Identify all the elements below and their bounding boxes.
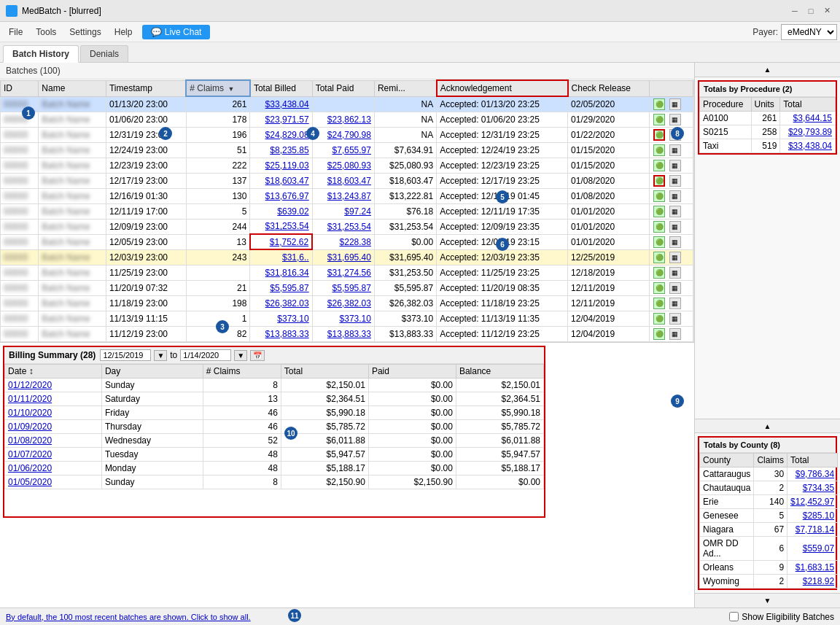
- batch-table-row[interactable]: 00000 Batch Name 12/05/19 23:00 13 $1,75…: [1, 234, 693, 249]
- show-eligibility-checkbox[interactable]: [729, 612, 739, 621]
- action-green-icon[interactable]: 🟢: [653, 282, 665, 294]
- batch-total-billed[interactable]: $23,971.57: [250, 112, 312, 127]
- batch-table-row[interactable]: 00000 Batch Name 12/16/19 01:30 130 $13,…: [1, 188, 693, 203]
- batch-table-row[interactable]: 00000 Batch Name 11/12/19 23:00 82 $13,8…: [1, 326, 693, 341]
- calendar-icon-button[interactable]: 📅: [250, 350, 265, 361]
- batch-total-billed[interactable]: $8,235.85: [250, 142, 312, 158]
- billing-date[interactable]: 01/06/2020: [5, 462, 102, 475]
- action-grid-icon[interactable]: ▦: [669, 282, 681, 294]
- minimize-button[interactable]: ─: [788, 4, 802, 18]
- batch-total-billed[interactable]: $31,816.34: [250, 265, 312, 280]
- action-grid-icon[interactable]: ▦: [669, 160, 681, 171]
- batch-table-row[interactable]: 00000 Batch Name 11/13/19 11:15 1 $373.1…: [1, 311, 693, 326]
- batch-total-billed[interactable]: $5,595.87: [250, 280, 312, 295]
- action-green-icon[interactable]: 🟢: [653, 328, 665, 340]
- batch-table-row[interactable]: 00000 Batch Name 12/11/19 17:00 5 $639.0…: [1, 203, 693, 219]
- action-grid-icon[interactable]: ▦: [669, 236, 681, 248]
- batch-table-container[interactable]: ID Name Timestamp # Claims ▼ Total Bille…: [0, 79, 694, 342]
- action-green-icon[interactable]: 🟢: [653, 175, 665, 187]
- batch-table-row[interactable]: 00000 Batch Name 11/11/19 23:00 213 $29,…: [1, 341, 693, 342]
- billing-table-row[interactable]: 01/10/2020 Friday 46 $5,990.18 $0.00 $5,…: [5, 406, 544, 420]
- menu-settings[interactable]: Settings: [63, 25, 106, 39]
- action-grid-icon[interactable]: ▦: [669, 252, 681, 263]
- batch-table-row[interactable]: 00000 Batch Name 11/20/19 07:32 21 $5,59…: [1, 280, 693, 295]
- proc-total[interactable]: $3,644.15: [780, 112, 836, 125]
- action-green-icon[interactable]: 🟢: [653, 206, 665, 217]
- batch-total-billed[interactable]: $13,883.33: [250, 326, 312, 341]
- billing-date[interactable]: 01/10/2020: [5, 406, 102, 420]
- scroll-down-area[interactable]: ▼: [695, 593, 840, 607]
- action-green-icon[interactable]: 🟢: [653, 114, 665, 125]
- batch-total-billed[interactable]: $25,119.03: [250, 158, 312, 173]
- action-green-icon[interactable]: 🟢: [653, 267, 665, 279]
- proc-total[interactable]: $33,438.04: [780, 139, 836, 153]
- billing-table-row[interactable]: 01/12/2020 Sunday 8 $2,150.01 $0.00 $2,1…: [5, 379, 544, 392]
- action-grid-icon[interactable]: ▦: [669, 313, 681, 325]
- county-total[interactable]: $1,683.15: [788, 561, 838, 575]
- county-total[interactable]: $734.35: [788, 481, 838, 495]
- action-grid-icon[interactable]: ▦: [669, 328, 681, 340]
- action-grid-icon[interactable]: ▦: [669, 221, 681, 233]
- billing-date[interactable]: 01/05/2020: [5, 475, 102, 489]
- billing-scroll[interactable]: Date ↕ Day # Claims Total Paid Balance 0…: [4, 364, 544, 516]
- batch-total-billed[interactable]: $26,382.03: [250, 295, 312, 311]
- billing-table-row[interactable]: 01/09/2020 Thursday 46 $5,785.72 $0.00 $…: [5, 420, 544, 434]
- county-total[interactable]: $12,452.97: [788, 495, 838, 509]
- county-total[interactable]: $218.92: [788, 575, 838, 589]
- maximize-button[interactable]: □: [804, 4, 818, 18]
- payer-select[interactable]: eMedNY: [781, 24, 837, 40]
- batch-table-row[interactable]: 00000 Batch Name 12/09/19 23:00 244 $31,…: [1, 219, 693, 234]
- county-total[interactable]: $285.10: [788, 509, 838, 523]
- billing-table-row[interactable]: 01/07/2020 Tuesday 48 $5,947.57 $0.00 $5…: [5, 448, 544, 462]
- batch-total-billed[interactable]: $24,829.08: [250, 127, 312, 142]
- batch-total-billed[interactable]: $31,253.54: [250, 219, 312, 234]
- close-button[interactable]: ✕: [820, 4, 834, 18]
- action-green-icon[interactable]: 🟢: [653, 129, 665, 141]
- live-chat-button[interactable]: 💬 Live Chat: [142, 25, 210, 39]
- batch-table-row[interactable]: 00000 Batch Name 12/17/19 23:00 137 $18,…: [1, 173, 693, 188]
- batch-total-billed[interactable]: $29,091.08: [250, 341, 312, 342]
- billing-date[interactable]: 01/07/2020: [5, 448, 102, 462]
- batch-table-row[interactable]: 00000 Batch Name 01/13/20 23:00 261 $33,…: [1, 96, 693, 112]
- batch-table-row[interactable]: 00000 Batch Name 01/06/20 23:00 178 $23,…: [1, 112, 693, 127]
- proc-total[interactable]: $29,793.89: [780, 125, 836, 139]
- action-green-icon[interactable]: 🟢: [653, 313, 665, 325]
- calendar-to-button[interactable]: ▼: [234, 350, 247, 361]
- menu-help[interactable]: Help: [109, 25, 139, 39]
- batch-table-row[interactable]: 00000 Batch Name 12/31/19 23:00 196 $24,…: [1, 127, 693, 142]
- action-green-icon[interactable]: 🟢: [653, 252, 665, 263]
- batch-table-row[interactable]: 00000 Batch Name 11/25/19 23:00 $31,816.…: [1, 265, 693, 280]
- batch-total-billed[interactable]: $31,6..: [250, 249, 312, 265]
- date-to-input[interactable]: [180, 349, 231, 361]
- action-grid-icon[interactable]: ▦: [669, 98, 681, 110]
- billing-table-row[interactable]: 01/06/2020 Monday 48 $5,188.17 $0.00 $5,…: [5, 462, 544, 475]
- scroll-mid-area[interactable]: ▲: [695, 419, 840, 433]
- county-total[interactable]: $7,718.14: [788, 523, 838, 537]
- billing-date[interactable]: 01/11/2020: [5, 392, 102, 406]
- tab-denials[interactable]: Denials: [80, 45, 128, 62]
- batch-total-billed[interactable]: $639.02: [250, 203, 312, 219]
- billing-table-row[interactable]: 01/05/2020 Sunday 8 $2,150.90 $2,150.90 …: [5, 475, 544, 489]
- action-grid-icon[interactable]: ▦: [669, 114, 681, 125]
- col-claims[interactable]: # Claims ▼: [186, 80, 250, 96]
- batch-total-billed[interactable]: $13,676.97: [250, 188, 312, 203]
- menu-tools[interactable]: Tools: [30, 25, 62, 39]
- billing-date[interactable]: 01/12/2020: [5, 379, 102, 392]
- calendar-from-button[interactable]: ▼: [154, 350, 167, 361]
- batch-table-row[interactable]: 00000 Batch Name 11/18/19 23:00 198 $26,…: [1, 295, 693, 311]
- action-grid-icon[interactable]: ▦: [669, 206, 681, 217]
- action-grid-icon[interactable]: ▦: [669, 190, 681, 202]
- batch-total-billed[interactable]: $33,438.04: [250, 96, 312, 112]
- action-grid-icon[interactable]: ▦: [669, 144, 681, 156]
- action-green-icon[interactable]: 🟢: [653, 160, 665, 171]
- batch-total-billed[interactable]: $18,603.47: [250, 173, 312, 188]
- batch-table-row[interactable]: 00000 Batch Name 12/23/19 23:00 222 $25,…: [1, 158, 693, 173]
- action-green-icon[interactable]: 🟢: [653, 144, 665, 156]
- billing-table-row[interactable]: 01/08/2020 Wednesday 52 $6,011.88 $0.00 …: [5, 434, 544, 448]
- action-green-icon[interactable]: 🟢: [653, 98, 665, 110]
- action-grid-icon[interactable]: ▦: [669, 175, 681, 187]
- billing-date[interactable]: 01/09/2020: [5, 420, 102, 434]
- action-green-icon[interactable]: 🟢: [653, 236, 665, 248]
- county-total[interactable]: $559.07: [788, 537, 838, 561]
- county-total[interactable]: $9,786.34: [788, 467, 838, 481]
